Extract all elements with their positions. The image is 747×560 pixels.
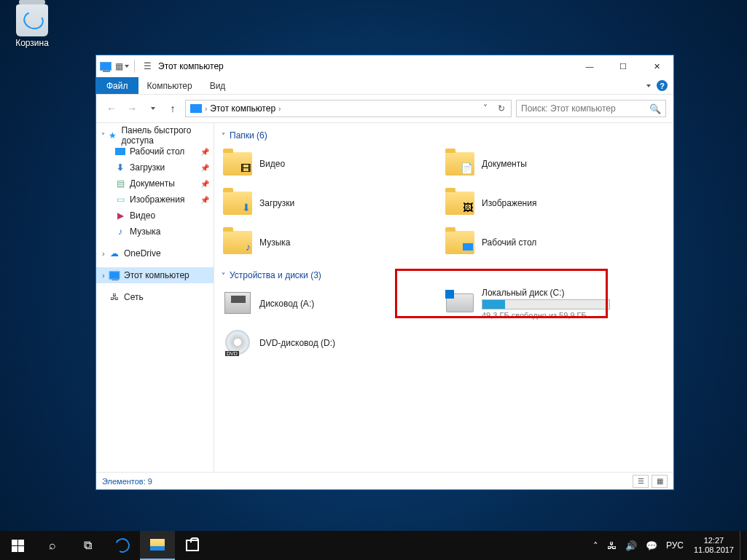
taskbar-file-explorer[interactable] xyxy=(140,531,175,560)
content-pane[interactable]: ˅Папки (6) 🎞Видео 📄Документы ⬇Загрузки 🖼… xyxy=(214,123,673,472)
quick-access-toolbar: ▦ ☰ xyxy=(96,55,154,77)
language-indicator[interactable]: РУС xyxy=(662,540,688,551)
search-box[interactable]: 🔍 xyxy=(516,100,666,117)
group-header-folders[interactable]: ˅Папки (6) xyxy=(222,130,666,141)
address-pc-icon xyxy=(190,104,202,113)
properties-icon[interactable]: ▦ xyxy=(115,60,128,73)
start-button[interactable] xyxy=(0,531,35,560)
nav-item-pictures[interactable]: Изображения📌 xyxy=(114,192,214,208)
chevron-right-icon[interactable]: › xyxy=(278,105,281,113)
system-tray: ˄ 🖧 🔊 💬 РУС 12:27 11.08.2017 xyxy=(589,531,747,560)
chevron-right-icon[interactable]: › xyxy=(99,272,108,280)
nav-this-pc[interactable]: ›Этот компьютер xyxy=(96,267,214,283)
chevron-down-icon: ˅ xyxy=(222,132,225,140)
recycle-bin-icon xyxy=(16,4,48,36)
pin-icon: 📌 xyxy=(200,180,209,188)
folder-pictures[interactable]: 🖼Изображения xyxy=(444,186,666,221)
status-bar: Элементов: 9 ☰ ▦ xyxy=(96,472,673,489)
nav-recent-button[interactable] xyxy=(144,100,160,117)
view-details-button[interactable]: ☰ xyxy=(633,475,649,488)
tab-computer[interactable]: Компьютер xyxy=(138,77,201,94)
annotation-highlight xyxy=(395,269,608,318)
help-icon[interactable]: ? xyxy=(657,80,668,91)
view-tiles-button[interactable]: ▦ xyxy=(652,475,668,488)
taskbar: ⌕ ⧉ ˄ 🖧 🔊 💬 РУС 12:27 11.08.2017 xyxy=(0,531,747,560)
search-input[interactable] xyxy=(521,103,649,114)
windows-logo-icon xyxy=(12,540,24,552)
refresh-icon[interactable]: ↻ xyxy=(493,103,509,114)
nav-item-videos[interactable]: Видео xyxy=(114,208,214,224)
chevron-down-icon: ˅ xyxy=(222,272,225,280)
nav-item-downloads[interactable]: Загрузки📌 xyxy=(114,159,214,176)
window-title: Этот компьютер xyxy=(158,61,224,71)
floppy-icon xyxy=(222,289,254,318)
pin-icon: 📌 xyxy=(200,196,209,204)
status-item-count: Элементов: 9 xyxy=(102,477,152,486)
clock-time: 12:27 xyxy=(694,536,734,545)
pin-icon: 📌 xyxy=(200,148,209,156)
navigation-pane: ˅ Панель быстрого доступа Рабочий стол📌 … xyxy=(96,123,214,472)
tab-view[interactable]: Вид xyxy=(201,77,235,94)
address-history-icon[interactable]: ˅ xyxy=(477,103,493,114)
close-button[interactable]: ✕ xyxy=(640,55,673,77)
nav-item-music[interactable]: Музыка xyxy=(114,224,214,240)
nav-quick-access-label: Панель быстрого доступа xyxy=(121,125,214,146)
task-view-button[interactable]: ⧉ xyxy=(70,531,105,560)
folder-music[interactable]: ♪Музыка xyxy=(222,225,444,260)
dvd-icon xyxy=(222,328,254,358)
nav-back-button[interactable]: ← xyxy=(103,100,120,117)
volume-icon[interactable]: 🔊 xyxy=(621,540,641,551)
pin-icon: 📌 xyxy=(200,164,209,172)
nav-network[interactable]: Сеть xyxy=(96,289,214,305)
nav-item-desktop[interactable]: Рабочий стол📌 xyxy=(114,143,214,159)
ribbon-expand-icon[interactable] xyxy=(646,84,651,87)
nav-onedrive[interactable]: ›OneDrive xyxy=(96,245,214,261)
search-icon[interactable]: 🔍 xyxy=(649,103,661,114)
folder-downloads[interactable]: ⬇Загрузки xyxy=(222,186,444,221)
nav-quick-access[interactable]: ˅ Панель быстрого доступа xyxy=(96,127,214,143)
file-explorer-window: ▦ ☰ Этот компьютер ― ☐ ✕ Файл Компьютер … xyxy=(95,55,674,490)
folder-videos[interactable]: 🎞Видео xyxy=(222,146,444,181)
desktop-recycle-bin[interactable]: Корзина xyxy=(9,4,55,48)
taskbar-store[interactable] xyxy=(175,531,210,560)
task-view-icon: ⧉ xyxy=(84,539,92,552)
taskbar-search-button[interactable]: ⌕ xyxy=(35,531,70,560)
taskbar-edge[interactable] xyxy=(105,531,140,560)
show-desktop-button[interactable] xyxy=(740,531,744,560)
maximize-button[interactable]: ☐ xyxy=(606,55,640,77)
store-icon xyxy=(186,540,199,551)
address-bar[interactable]: › Этот компьютер › ˅ ↻ xyxy=(185,100,512,117)
window-icon[interactable] xyxy=(99,60,112,73)
ribbon-tabs: Файл Компьютер Вид ? xyxy=(96,77,673,95)
titlebar[interactable]: ▦ ☰ Этот компьютер ― ☐ ✕ xyxy=(96,55,673,77)
tray-overflow-icon[interactable]: ˄ xyxy=(589,540,603,551)
nav-item-documents[interactable]: Документы📌 xyxy=(114,176,214,192)
clock-date: 11.08.2017 xyxy=(694,545,734,555)
network-icon[interactable]: 🖧 xyxy=(603,540,621,551)
minimize-button[interactable]: ― xyxy=(573,55,606,77)
recycle-bin-label: Корзина xyxy=(15,38,49,48)
folder-desktop[interactable]: Рабочий стол xyxy=(444,225,666,260)
chevron-down-icon[interactable]: ˅ xyxy=(99,132,107,140)
qat-divider xyxy=(134,60,135,73)
chevron-right-icon[interactable]: › xyxy=(99,250,108,258)
edge-icon xyxy=(113,536,132,555)
address-row: ← → ↑ › Этот компьютер › ˅ ↻ 🔍 xyxy=(96,95,673,122)
taskbar-clock[interactable]: 12:27 11.08.2017 xyxy=(688,536,740,555)
tab-file[interactable]: Файл xyxy=(96,77,138,94)
folder-documents[interactable]: 📄Документы xyxy=(444,146,666,181)
drive-dvd-d[interactable]: DVD-дисковод (D:) xyxy=(222,326,444,360)
qat-dropdown-icon[interactable]: ☰ xyxy=(141,60,154,73)
breadcrumb-root[interactable]: Этот компьютер xyxy=(207,103,278,114)
search-icon: ⌕ xyxy=(49,539,56,552)
nav-forward-button[interactable]: → xyxy=(124,100,140,117)
nav-up-button[interactable]: ↑ xyxy=(165,100,181,117)
action-center-icon[interactable]: 💬 xyxy=(641,540,662,551)
file-explorer-icon xyxy=(150,539,165,551)
